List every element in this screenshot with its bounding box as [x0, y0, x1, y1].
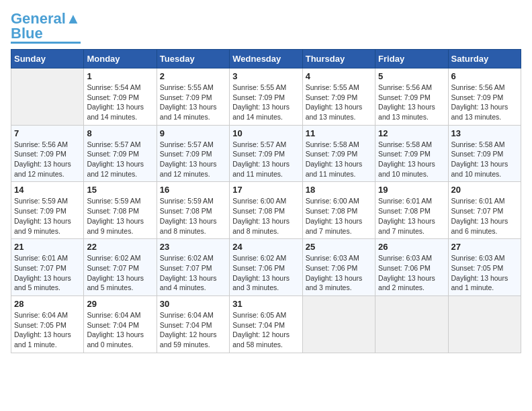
- day-info: Sunrise: 6:02 AMSunset: 7:07 PMDaylight:…: [160, 253, 226, 293]
- day-info: Sunrise: 5:58 AMSunset: 7:09 PMDaylight:…: [378, 140, 445, 179]
- day-info: Sunrise: 5:55 AMSunset: 7:09 PMDaylight:…: [160, 83, 226, 122]
- day-info: Sunrise: 5:54 AMSunset: 7:09 PMDaylight:…: [87, 83, 153, 122]
- calendar-cell: 13Sunrise: 5:58 AMSunset: 7:09 PMDayligh…: [448, 125, 521, 182]
- calendar-cell: 28Sunrise: 6:04 AMSunset: 7:05 PMDayligh…: [11, 295, 84, 353]
- calendar-cell: 9Sunrise: 5:57 AMSunset: 7:09 PMDaylight…: [157, 125, 229, 182]
- day-number: 19: [378, 185, 445, 195]
- day-info: Sunrise: 5:57 AMSunset: 7:09 PMDaylight:…: [232, 140, 299, 179]
- day-info: Sunrise: 6:01 AMSunset: 7:07 PMDaylight:…: [451, 196, 518, 236]
- col-header-sunday: Sunday: [11, 49, 84, 68]
- day-info: Sunrise: 5:56 AMSunset: 7:09 PMDaylight:…: [14, 140, 81, 179]
- day-number: 27: [451, 242, 518, 252]
- calendar-cell: 7Sunrise: 5:56 AMSunset: 7:09 PMDaylight…: [11, 125, 84, 182]
- calendar-cell: 19Sunrise: 6:01 AMSunset: 7:08 PMDayligh…: [375, 182, 448, 239]
- day-info: Sunrise: 6:00 AMSunset: 7:08 PMDaylight:…: [306, 196, 372, 236]
- calendar-cell: 20Sunrise: 6:01 AMSunset: 7:07 PMDayligh…: [448, 182, 521, 239]
- week-row-5: 28Sunrise: 6:04 AMSunset: 7:05 PMDayligh…: [11, 295, 521, 353]
- calendar-cell: 10Sunrise: 5:57 AMSunset: 7:09 PMDayligh…: [230, 125, 302, 182]
- day-number: 11: [306, 128, 372, 138]
- day-info: Sunrise: 6:00 AMSunset: 7:08 PMDaylight:…: [232, 196, 299, 236]
- calendar-cell: 14Sunrise: 5:59 AMSunset: 7:09 PMDayligh…: [11, 182, 84, 239]
- day-number: 6: [451, 71, 518, 81]
- col-header-monday: Monday: [84, 49, 157, 68]
- day-info: Sunrise: 6:04 AMSunset: 7:04 PMDaylight:…: [160, 310, 226, 350]
- calendar-cell: 21Sunrise: 6:01 AMSunset: 7:07 PMDayligh…: [11, 239, 84, 296]
- calendar-cell: 25Sunrise: 6:03 AMSunset: 7:06 PMDayligh…: [302, 239, 375, 296]
- calendar-cell: [448, 295, 521, 353]
- day-number: 21: [14, 242, 81, 252]
- calendar-cell: 5Sunrise: 5:56 AMSunset: 7:09 PMDaylight…: [375, 68, 448, 125]
- calendar-cell: 1Sunrise: 5:54 AMSunset: 7:09 PMDaylight…: [84, 68, 157, 125]
- calendar-cell: 24Sunrise: 6:02 AMSunset: 7:06 PMDayligh…: [230, 239, 302, 296]
- day-number: 20: [451, 185, 518, 195]
- col-header-saturday: Saturday: [448, 49, 521, 68]
- calendar-table: SundayMondayTuesdayWednesdayThursdayFrid…: [11, 49, 521, 353]
- logo: General▲ Blue: [11, 11, 81, 44]
- day-info: Sunrise: 5:56 AMSunset: 7:09 PMDaylight:…: [451, 83, 518, 122]
- day-info: Sunrise: 5:59 AMSunset: 7:09 PMDaylight:…: [14, 196, 81, 236]
- day-number: 31: [232, 299, 299, 309]
- day-number: 1: [87, 71, 153, 81]
- calendar-cell: [375, 295, 448, 353]
- calendar-cell: 16Sunrise: 5:59 AMSunset: 7:08 PMDayligh…: [157, 182, 229, 239]
- day-info: Sunrise: 5:59 AMSunset: 7:08 PMDaylight:…: [87, 196, 153, 236]
- calendar-cell: 8Sunrise: 5:57 AMSunset: 7:09 PMDaylight…: [84, 125, 157, 182]
- calendar-cell: 6Sunrise: 5:56 AMSunset: 7:09 PMDaylight…: [448, 68, 521, 125]
- day-number: 24: [232, 242, 299, 252]
- calendar-cell: 22Sunrise: 6:02 AMSunset: 7:07 PMDayligh…: [84, 239, 157, 296]
- day-info: Sunrise: 5:57 AMSunset: 7:09 PMDaylight:…: [87, 140, 153, 179]
- logo-blue-text: Blue: [11, 27, 43, 40]
- week-row-4: 21Sunrise: 6:01 AMSunset: 7:07 PMDayligh…: [11, 239, 521, 296]
- day-info: Sunrise: 6:04 AMSunset: 7:05 PMDaylight:…: [14, 310, 81, 350]
- calendar-cell: 23Sunrise: 6:02 AMSunset: 7:07 PMDayligh…: [157, 239, 229, 296]
- day-number: 30: [160, 299, 226, 309]
- day-number: 29: [87, 299, 153, 309]
- day-info: Sunrise: 5:55 AMSunset: 7:09 PMDaylight:…: [232, 83, 299, 122]
- day-info: Sunrise: 6:03 AMSunset: 7:05 PMDaylight:…: [451, 253, 518, 293]
- day-number: 14: [14, 185, 81, 195]
- calendar-cell: 29Sunrise: 6:04 AMSunset: 7:04 PMDayligh…: [84, 295, 157, 353]
- header-row: SundayMondayTuesdayWednesdayThursdayFrid…: [11, 49, 521, 68]
- calendar-cell: 30Sunrise: 6:04 AMSunset: 7:04 PMDayligh…: [157, 295, 229, 353]
- calendar-cell: 17Sunrise: 6:00 AMSunset: 7:08 PMDayligh…: [230, 182, 302, 239]
- logo-blue: ▲: [66, 10, 81, 27]
- calendar-cell: 18Sunrise: 6:00 AMSunset: 7:08 PMDayligh…: [302, 182, 375, 239]
- day-number: 17: [232, 185, 299, 195]
- day-number: 4: [306, 71, 372, 81]
- day-info: Sunrise: 5:58 AMSunset: 7:09 PMDaylight:…: [306, 140, 372, 179]
- day-number: 8: [87, 128, 153, 138]
- day-info: Sunrise: 6:02 AMSunset: 7:07 PMDaylight:…: [87, 253, 153, 293]
- day-number: 15: [87, 185, 153, 195]
- week-row-1: 1Sunrise: 5:54 AMSunset: 7:09 PMDaylight…: [11, 68, 521, 125]
- calendar-cell: 11Sunrise: 5:58 AMSunset: 7:09 PMDayligh…: [302, 125, 375, 182]
- calendar-cell: 3Sunrise: 5:55 AMSunset: 7:09 PMDaylight…: [230, 68, 302, 125]
- day-number: 10: [232, 128, 299, 138]
- day-number: 5: [378, 71, 445, 81]
- calendar-cell: 4Sunrise: 5:55 AMSunset: 7:09 PMDaylight…: [302, 68, 375, 125]
- day-info: Sunrise: 6:05 AMSunset: 7:04 PMDaylight:…: [232, 310, 299, 350]
- calendar-cell: 31Sunrise: 6:05 AMSunset: 7:04 PMDayligh…: [230, 295, 302, 353]
- day-number: 3: [232, 71, 299, 81]
- day-number: 9: [160, 128, 226, 138]
- calendar-cell: 2Sunrise: 5:55 AMSunset: 7:09 PMDaylight…: [157, 68, 229, 125]
- week-row-2: 7Sunrise: 5:56 AMSunset: 7:09 PMDaylight…: [11, 125, 521, 182]
- calendar-cell: [302, 295, 375, 353]
- day-info: Sunrise: 6:01 AMSunset: 7:07 PMDaylight:…: [14, 253, 81, 293]
- day-number: 16: [160, 185, 226, 195]
- day-number: 26: [378, 242, 445, 252]
- calendar-cell: 12Sunrise: 5:58 AMSunset: 7:09 PMDayligh…: [375, 125, 448, 182]
- day-info: Sunrise: 6:01 AMSunset: 7:08 PMDaylight:…: [378, 196, 445, 236]
- day-info: Sunrise: 5:55 AMSunset: 7:09 PMDaylight:…: [306, 83, 372, 122]
- col-header-thursday: Thursday: [302, 49, 375, 68]
- day-info: Sunrise: 6:03 AMSunset: 7:06 PMDaylight:…: [306, 253, 372, 293]
- day-number: 12: [378, 128, 445, 138]
- calendar-cell: 27Sunrise: 6:03 AMSunset: 7:05 PMDayligh…: [448, 239, 521, 296]
- week-row-3: 14Sunrise: 5:59 AMSunset: 7:09 PMDayligh…: [11, 182, 521, 239]
- day-info: Sunrise: 5:56 AMSunset: 7:09 PMDaylight:…: [378, 83, 445, 122]
- day-info: Sunrise: 5:59 AMSunset: 7:08 PMDaylight:…: [160, 196, 226, 236]
- day-info: Sunrise: 6:04 AMSunset: 7:04 PMDaylight:…: [87, 310, 153, 350]
- day-number: 18: [306, 185, 372, 195]
- day-number: 22: [87, 242, 153, 252]
- day-number: 7: [14, 128, 81, 138]
- day-number: 28: [14, 299, 81, 309]
